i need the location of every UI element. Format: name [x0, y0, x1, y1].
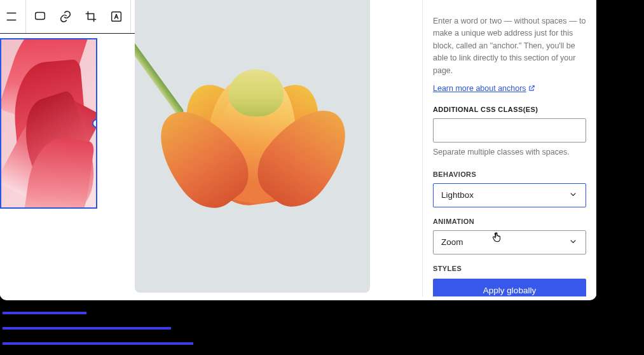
anchor-learn-more-link[interactable]: Learn more about anchors	[433, 84, 535, 93]
image-content	[1, 39, 96, 207]
apply-globally-button[interactable]: Apply globally	[433, 279, 586, 296]
apply-label: Apply globally	[483, 286, 536, 295]
animation-select[interactable]: Zoom	[433, 230, 586, 254]
chevron-down-icon	[568, 237, 578, 248]
text-overlay-icon[interactable]	[104, 0, 129, 33]
skeleton-line	[3, 342, 193, 345]
svg-rect-2	[36, 13, 45, 20]
behaviors-select[interactable]: Lightbox	[433, 183, 586, 207]
css-classes-input[interactable]	[433, 118, 586, 143]
tulip-image-block[interactable]	[135, 0, 370, 293]
styles-label: STYLES	[433, 265, 586, 272]
editor-viewport: Replace	[0, 0, 596, 300]
align-icon[interactable]	[0, 0, 24, 33]
anchor-help-text: Enter a word or two — without spaces — t…	[433, 15, 586, 77]
css-classes-hint: Separate multiple classes with spaces.	[433, 148, 586, 157]
animation-label: ANIMATION	[433, 218, 586, 225]
toolbar-divider	[25, 0, 26, 33]
svg-point-4	[39, 18, 40, 19]
svg-rect-6	[112, 12, 121, 22]
css-classes-label: ADDITIONAL CSS CLASS(ES)	[433, 106, 586, 113]
tulip-flower	[167, 73, 338, 207]
link-icon[interactable]	[53, 0, 78, 33]
external-link-icon	[528, 85, 535, 92]
svg-point-3	[38, 18, 38, 19]
crop-icon[interactable]	[78, 0, 104, 33]
svg-point-5	[42, 18, 43, 19]
settings-sidebar: Enter a word or two — without spaces — t…	[423, 0, 596, 296]
chevron-down-icon	[568, 190, 578, 201]
resize-handle-right[interactable]	[92, 119, 97, 128]
toolbar-divider	[130, 0, 131, 33]
editor-canvas[interactable]: Replace	[0, 0, 422, 296]
anchor-link-label: Learn more about anchors	[433, 84, 526, 93]
behaviors-label: BEHAVIORS	[433, 171, 586, 178]
animation-value: Zoom	[441, 237, 463, 247]
skeleton-line	[3, 327, 171, 330]
footer-skeleton	[3, 312, 193, 355]
skeleton-line	[3, 312, 86, 314]
behaviors-value: Lightbox	[441, 190, 474, 200]
caption-icon[interactable]	[27, 0, 53, 33]
selected-image-block[interactable]	[0, 38, 97, 209]
